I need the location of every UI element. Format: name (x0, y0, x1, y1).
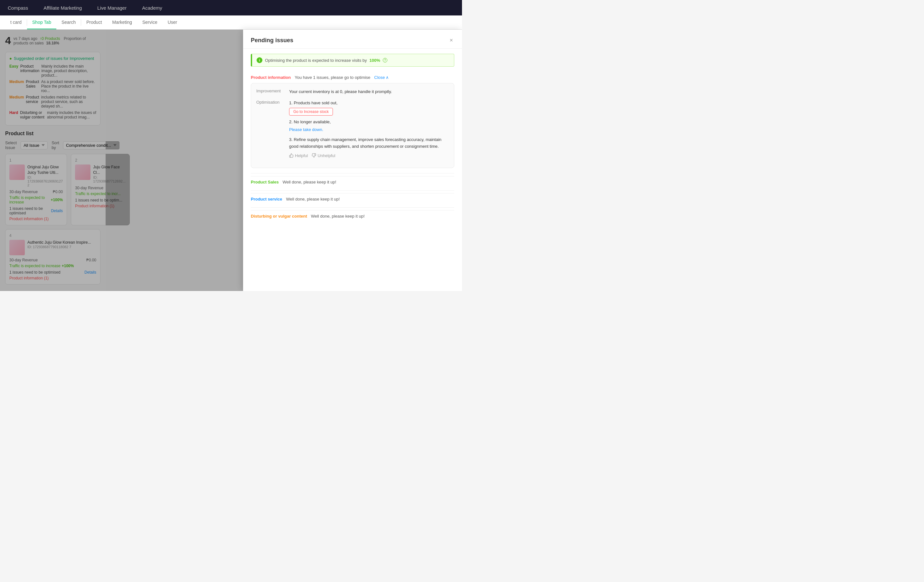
category-status-product-info: You have 1 issues, please go to optimise (295, 75, 370, 80)
product-thumb-1 (9, 165, 25, 180)
details-link-4[interactable]: Details (84, 270, 96, 275)
left-panel: 4 vs 7 days ago ↑0 Products Proportion o… (0, 30, 106, 291)
nav-compass[interactable]: Compass (5, 4, 31, 12)
right-panel-overlay: Pending issues × i Optimising the produc… (106, 30, 462, 291)
optimisation-item-3: 3. Refine supply chain management, impro… (289, 137, 449, 150)
subnav-shoptab[interactable]: Shop Tab (27, 15, 56, 29)
section-product-information: Product information You have 1 issues, p… (251, 72, 454, 168)
product-list-title: Product list (5, 131, 101, 137)
info-banner: i Optimising the product is expected to … (251, 54, 454, 67)
subnav-search[interactable]: Search (56, 15, 81, 29)
sort-label: Sort by (51, 140, 59, 150)
feedback-row: Helpful Unhelpful (289, 153, 449, 158)
category-status-product-sales: Well done, please keep it up! (283, 180, 337, 185)
divider-3 (251, 207, 454, 208)
metric-number: 4 (5, 35, 11, 47)
product-name-1: Original Juju Glow Juicy Tushie Ulti... (27, 165, 63, 175)
subnav-scorecard[interactable]: t card (5, 15, 27, 29)
increase-stock-button[interactable]: Go to Increase stock (289, 108, 333, 115)
product-card-1: 1 Original Juju Glow Juicy Tushie Ulti..… (5, 154, 67, 225)
modal-title: Pending issues (251, 37, 293, 44)
metric-comparison: vs 7 days ago ↑0 Products Proportion of … (13, 36, 101, 45)
traffic-row-1: Traffic is expected to increase +100% (9, 195, 63, 204)
divider-2 (251, 190, 454, 191)
modal-body: i Optimising the product is expected to … (243, 49, 462, 291)
product-badge-1[interactable]: Product information (1) (9, 217, 63, 221)
subnav-marketing[interactable]: Marketing (107, 15, 137, 29)
nav-academy[interactable]: Academy (139, 4, 165, 12)
traffic-row-4: Traffic is expected to increase +100% (9, 264, 96, 268)
pending-issues-modal: Pending issues × i Optimising the produc… (243, 30, 462, 291)
issues-row-1: 1 issues need to be optimised Details (9, 206, 63, 215)
category-status-product-service: Well done, please keep it up! (286, 197, 340, 201)
nav-affiliate[interactable]: Affiliate Marketing (41, 4, 84, 12)
revenue-row-1: 30-day Revenue ₱0.00 (9, 190, 63, 194)
product-info-1: Original Juju Glow Juicy Tushie Ulti... … (9, 165, 63, 187)
modal-close-button[interactable]: × (448, 36, 454, 45)
optimisation-content: 1. Products have sold out, Go to Increas… (289, 100, 449, 158)
suggestion-hard: Hard Disturbing or vulgar content mainly… (9, 110, 96, 119)
category-label-product-info: Product information (251, 75, 291, 80)
subnav-product[interactable]: Product (81, 15, 107, 29)
optimisation-item-1: 1. Products have sold out, Go to Increas… (289, 100, 449, 115)
issues-row-4: 1 issues need to be optimised Details (9, 270, 96, 275)
suggestion-easy: Easy Product information Mainly includes… (9, 64, 96, 77)
details-link-1[interactable]: Details (51, 209, 63, 213)
product-grid: 1 Original Juju Glow Juicy Tushie Ulti..… (5, 154, 101, 225)
top-nav: Compass Affiliate Marketing Live Manager… (0, 0, 462, 15)
nav-live-manager[interactable]: Live Manager (95, 4, 129, 12)
product-id-4: ID: 172938687790118082 7 (27, 245, 91, 249)
take-down-link[interactable]: Please take down. (289, 127, 449, 133)
helpful-button[interactable]: Helpful (289, 153, 308, 158)
close-section-product-info[interactable]: Close ∧ (374, 75, 389, 80)
issues-expansion-product-info: Improvement Your current inventory is at… (251, 83, 454, 168)
optimisation-row: Optimisation 1. Products have sold out, … (256, 100, 449, 158)
optimisation-item-2: 2. No longer available, Please take down… (289, 119, 449, 134)
section-disturbing-content: Disturbing or vulgar content Well done, … (251, 210, 454, 222)
product-thumb-4 (9, 240, 25, 255)
suggestion-title: ● Suggested order of issues for Improvem… (9, 56, 96, 61)
suggestion-medium-1: Medium Product Sales As a product never … (9, 79, 96, 93)
category-header-product-info: Product information You have 1 issues, p… (251, 72, 454, 83)
optimisation-label: Optimisation (256, 100, 285, 158)
filter-label: Select Issue (5, 140, 17, 150)
info-percent: 100% (369, 58, 380, 63)
info-icon: i (257, 57, 262, 63)
section-product-service: Product service Well done, please keep i… (251, 193, 454, 205)
product-badge-4[interactable]: Product information (1) (9, 276, 96, 280)
main-content: 4 vs 7 days ago ↑0 Products Proportion o… (0, 30, 462, 291)
thumbs-up-icon (289, 153, 294, 158)
product-thumb-2 (75, 165, 91, 180)
product-num-4: 4 (9, 233, 96, 238)
thumbs-down-icon (312, 153, 316, 158)
suggestion-box: ● Suggested order of issues for Improvem… (5, 52, 101, 125)
subnav-user[interactable]: User (163, 15, 183, 29)
info-help-icon[interactable]: ? (383, 58, 387, 63)
category-label-disturbing: Disturbing or vulgar content (251, 214, 307, 219)
suggestion-medium-2: Medium Product service includes metrics … (9, 95, 96, 109)
product-name-4: Authentic Juju Glow Korean Inspire... (27, 240, 91, 245)
filter-row: Select Issue All Issue Sort by Comprehen… (5, 140, 101, 150)
filter-select[interactable]: All Issue (21, 141, 48, 149)
metric-row: 4 vs 7 days ago ↑0 Products Proportion o… (5, 35, 101, 47)
section-product-sales: Product Sales Well done, please keep it … (251, 176, 454, 188)
modal-header: Pending issues × (243, 30, 462, 49)
revenue-row-4: 30-day Revenue ₱0.00 (9, 258, 96, 262)
subnav-service[interactable]: Service (137, 15, 163, 29)
divider-1 (251, 173, 454, 173)
improvement-text: Your current inventory is at 0, please h… (289, 89, 449, 95)
sub-nav: t card Shop Tab Search Product Marketing… (0, 15, 462, 30)
unhelpful-button[interactable]: Unhelpful (312, 153, 335, 158)
improvement-row: Improvement Your current inventory is at… (256, 89, 449, 95)
product-info-4: Authentic Juju Glow Korean Inspire... ID… (9, 240, 96, 255)
category-status-disturbing: Well done, please keep it up! (311, 214, 365, 219)
category-label-product-sales: Product Sales (251, 180, 279, 185)
category-label-product-service: Product service (251, 197, 282, 201)
product-card-4: 4 Authentic Juju Glow Korean Inspire... … (5, 229, 101, 285)
improvement-label: Improvement (256, 89, 285, 95)
product-id-1: ID: 172938687619069127 2 (27, 175, 63, 187)
product-num-1: 1 (9, 158, 63, 163)
